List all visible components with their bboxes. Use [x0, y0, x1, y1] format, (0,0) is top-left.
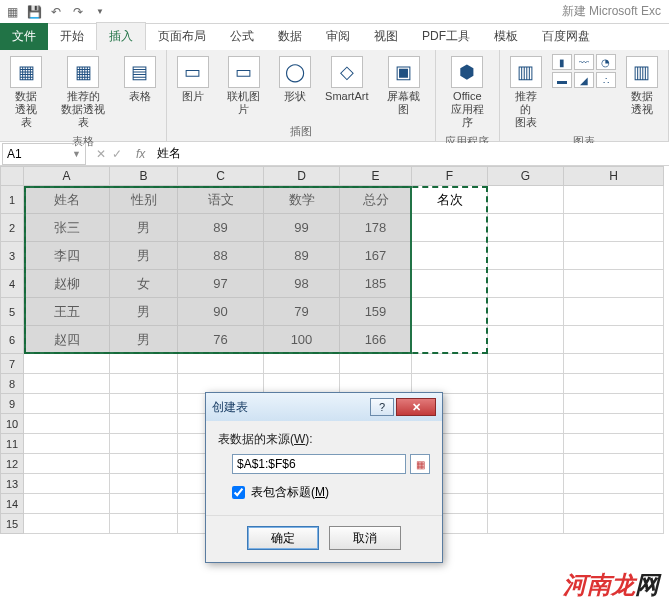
cell-H2[interactable] [564, 214, 664, 242]
redo-icon[interactable]: ↷ [70, 4, 86, 20]
cell-H1[interactable] [564, 186, 664, 214]
cell-B12[interactable] [110, 454, 178, 474]
row-header-3[interactable]: 3 [0, 242, 24, 270]
cell-A15[interactable] [24, 514, 110, 534]
chevron-down-icon[interactable]: ▼ [72, 149, 81, 159]
row-header-2[interactable]: 2 [0, 214, 24, 242]
accept-formula-icon[interactable]: ✓ [112, 147, 122, 161]
cell-F1[interactable]: 名次 [412, 186, 488, 214]
cell-C8[interactable] [178, 374, 264, 394]
fx-icon[interactable]: fx [130, 147, 151, 161]
cell-H12[interactable] [564, 454, 664, 474]
cell-G4[interactable] [488, 270, 564, 298]
cell-A14[interactable] [24, 494, 110, 514]
cell-F7[interactable] [412, 354, 488, 374]
screenshot-button[interactable]: ▣屏幕截图 [378, 54, 428, 118]
cell-A11[interactable] [24, 434, 110, 454]
cell-F5[interactable] [412, 298, 488, 326]
cell-D5[interactable]: 79 [264, 298, 340, 326]
cell-G2[interactable] [488, 214, 564, 242]
cell-H8[interactable] [564, 374, 664, 394]
col-header-F[interactable]: F [412, 166, 488, 186]
cell-G6[interactable] [488, 326, 564, 354]
row-header-1[interactable]: 1 [0, 186, 24, 214]
tab-formulas[interactable]: 公式 [218, 23, 266, 50]
cell-A2[interactable]: 张三 [24, 214, 110, 242]
dialog-titlebar[interactable]: 创建表 ? ✕ [206, 393, 442, 421]
tab-view[interactable]: 视图 [362, 23, 410, 50]
col-header-D[interactable]: D [264, 166, 340, 186]
cell-F8[interactable] [412, 374, 488, 394]
cell-G13[interactable] [488, 474, 564, 494]
cell-C6[interactable]: 76 [178, 326, 264, 354]
cell-A12[interactable] [24, 454, 110, 474]
cell-B9[interactable] [110, 394, 178, 414]
cell-H14[interactable] [564, 494, 664, 514]
cell-B14[interactable] [110, 494, 178, 514]
cell-G1[interactable] [488, 186, 564, 214]
cell-E7[interactable] [340, 354, 412, 374]
cell-D1[interactable]: 数学 [264, 186, 340, 214]
row-header-7[interactable]: 7 [0, 354, 24, 374]
cell-G10[interactable] [488, 414, 564, 434]
col-header-A[interactable]: A [24, 166, 110, 186]
cell-E3[interactable]: 167 [340, 242, 412, 270]
scatter-chart-icon[interactable]: ∴ [596, 72, 616, 88]
cell-H4[interactable] [564, 270, 664, 298]
cell-H11[interactable] [564, 434, 664, 454]
cell-D6[interactable]: 100 [264, 326, 340, 354]
cell-A10[interactable] [24, 414, 110, 434]
cell-F6[interactable] [412, 326, 488, 354]
col-header-C[interactable]: C [178, 166, 264, 186]
cell-C7[interactable] [178, 354, 264, 374]
cell-C2[interactable]: 89 [178, 214, 264, 242]
pivot-chart-button[interactable]: ▥数据透视 [622, 54, 662, 118]
cell-B13[interactable] [110, 474, 178, 494]
cell-G7[interactable] [488, 354, 564, 374]
office-apps-button[interactable]: ⬢Office 应用程序 [442, 54, 493, 132]
cell-C1[interactable]: 语文 [178, 186, 264, 214]
row-header-6[interactable]: 6 [0, 326, 24, 354]
cell-E4[interactable]: 185 [340, 270, 412, 298]
row-header-8[interactable]: 8 [0, 374, 24, 394]
cell-H15[interactable] [564, 514, 664, 534]
row-header-14[interactable]: 14 [0, 494, 24, 514]
cell-A7[interactable] [24, 354, 110, 374]
row-header-12[interactable]: 12 [0, 454, 24, 474]
recommended-pivot-button[interactable]: ▦推荐的 数据透视表 [52, 54, 114, 132]
formula-input[interactable] [151, 143, 669, 165]
cancel-button[interactable]: 取消 [329, 526, 401, 550]
cell-F2[interactable] [412, 214, 488, 242]
cell-A13[interactable] [24, 474, 110, 494]
cell-G12[interactable] [488, 454, 564, 474]
tab-baidu[interactable]: 百度网盘 [530, 23, 602, 50]
cell-B15[interactable] [110, 514, 178, 534]
dialog-close-button[interactable]: ✕ [396, 398, 436, 416]
area-chart-icon[interactable]: ◢ [574, 72, 594, 88]
undo-icon[interactable]: ↶ [48, 4, 64, 20]
row-header-11[interactable]: 11 [0, 434, 24, 454]
tab-insert[interactable]: 插入 [96, 22, 146, 50]
cell-G3[interactable] [488, 242, 564, 270]
column-chart-icon[interactable]: ▮ [552, 54, 572, 70]
recommended-charts-button[interactable]: ▥推荐的 图表 [506, 54, 546, 132]
cell-B6[interactable]: 男 [110, 326, 178, 354]
cell-C4[interactable]: 97 [178, 270, 264, 298]
cell-H10[interactable] [564, 414, 664, 434]
cell-B8[interactable] [110, 374, 178, 394]
ok-button[interactable]: 确定 [247, 526, 319, 550]
cancel-formula-icon[interactable]: ✕ [96, 147, 106, 161]
dialog-help-button[interactable]: ? [370, 398, 394, 416]
cell-D7[interactable] [264, 354, 340, 374]
online-picture-button[interactable]: ▭联机图片 [219, 54, 269, 118]
cell-D4[interactable]: 98 [264, 270, 340, 298]
tab-home[interactable]: 开始 [48, 23, 96, 50]
qat-dropdown-icon[interactable]: ▼ [92, 4, 108, 20]
row-header-10[interactable]: 10 [0, 414, 24, 434]
cell-E6[interactable]: 166 [340, 326, 412, 354]
row-header-5[interactable]: 5 [0, 298, 24, 326]
cell-H3[interactable] [564, 242, 664, 270]
cell-H5[interactable] [564, 298, 664, 326]
cell-A5[interactable]: 王五 [24, 298, 110, 326]
cell-B7[interactable] [110, 354, 178, 374]
